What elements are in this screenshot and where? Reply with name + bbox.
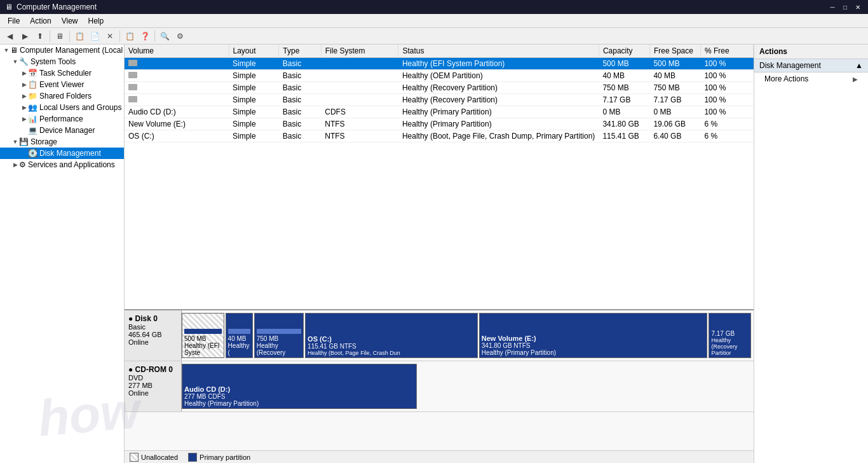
table-header-file-system[interactable]: File System <box>321 45 398 58</box>
table-header-layout[interactable]: Layout <box>229 45 279 58</box>
tree-item-performance[interactable]: ▶📊Performance <box>0 113 124 125</box>
table-header-free-space[interactable]: Free Space <box>649 45 700 58</box>
tree-icon-shared-folders: 📁 <box>28 92 37 100</box>
tree-item-system-tools[interactable]: ▼🔧System Tools <box>0 56 124 67</box>
toolbar-back-button[interactable]: ◀ <box>3 29 17 43</box>
table-cell: Basic <box>279 106 321 118</box>
table-cell: Healthy (Boot, Page File, Crash Dump, Pr… <box>398 130 599 142</box>
toolbar-search-button[interactable]: 🔍 <box>158 29 172 43</box>
table-cell: 7.17 GB <box>599 94 649 106</box>
tree-expand-device-manager[interactable] <box>20 127 28 134</box>
legend-unallocated-color <box>130 453 139 462</box>
tree-icon-local-users: 👥 <box>28 103 37 112</box>
tree-label-services: Services and Applications <box>28 160 115 169</box>
menu-bar: File Action View Help <box>0 14 868 28</box>
tree-item-event-viewer[interactable]: ▶📋Event Viewer <box>0 79 124 90</box>
cdrom0-size: 277 MB <box>128 382 177 389</box>
tree-expand-shared-folders[interactable]: ▶ <box>20 92 28 100</box>
cdrom0-part-audio[interactable]: Audio CD (D:) 277 MB CDFS Healthy (Prima… <box>182 364 417 409</box>
table-cell: Simple <box>229 70 279 82</box>
table-area[interactable]: VolumeLayoutTypeFile SystemStatusCapacit… <box>125 45 754 309</box>
tree-item-shared-folders[interactable]: ▶📁Shared Folders <box>0 90 124 102</box>
toolbar-show-hide-button[interactable]: 🖥 <box>53 29 67 43</box>
table-header-row: VolumeLayoutTypeFile SystemStatusCapacit… <box>125 45 754 58</box>
table-cell: NTFS <box>321 130 398 142</box>
table-cell: Simple <box>229 82 279 94</box>
menu-view[interactable]: View <box>57 15 83 27</box>
table-cell: Basic <box>279 70 321 82</box>
tree-item-local-users[interactable]: ▶👥Local Users and Groups <box>0 102 124 113</box>
tree-item-device-manager[interactable]: 💻Device Manager <box>0 125 124 136</box>
legend-unallocated: Unallocated <box>130 453 178 462</box>
disk0-part-oem[interactable]: 40 MB Healthy ( <box>226 313 253 358</box>
table-row[interactable]: Audio CD (D:)SimpleBasicCDFSHealthy (Pri… <box>125 106 754 118</box>
tree-expand-event-viewer[interactable]: ▶ <box>20 81 28 88</box>
title-controls: ─ □ ✕ <box>827 2 863 12</box>
tree-expand-disk-management[interactable] <box>20 149 28 157</box>
table-cell: 100 % <box>700 70 753 82</box>
toolbar-paste-button[interactable]: 📄 <box>88 29 102 43</box>
table-row[interactable]: SimpleBasicHealthy (EFI System Partition… <box>125 58 754 70</box>
disk0-part-recovery2[interactable]: 7.17 GB Healthy (Recovery Partitior <box>709 313 751 358</box>
table-row[interactable]: SimpleBasicHealthy (Recovery Partition)7… <box>125 82 754 94</box>
tree-item-computer-management[interactable]: ▼🖥Computer Management (Local <box>0 45 124 56</box>
table-header-volume[interactable]: Volume <box>125 45 229 58</box>
tree-item-storage[interactable]: ▼💾Storage <box>0 136 124 148</box>
minimize-button[interactable]: ─ <box>827 2 837 12</box>
toolbar-props-button[interactable]: 📋 <box>123 29 137 43</box>
toolbar-settings-button[interactable]: ⚙ <box>173 29 187 43</box>
table-row[interactable]: SimpleBasicHealthy (OEM Partition)40 MB4… <box>125 70 754 82</box>
table-header-capacity[interactable]: Capacity <box>599 45 649 58</box>
table-cell: Simple <box>229 130 279 142</box>
table-header-%-free[interactable]: % Free <box>700 45 753 58</box>
toolbar-help-button[interactable]: ❓ <box>138 29 152 43</box>
left-panel: ▼🖥Computer Management (Local▼🔧System Too… <box>0 45 125 463</box>
title-bar: 🖥 Computer Management ─ □ ✕ <box>0 0 868 14</box>
actions-more-actions[interactable]: More Actions ▶ <box>754 73 868 85</box>
tree-expand-task-scheduler[interactable]: ▶ <box>20 69 28 77</box>
table-header-type[interactable]: Type <box>279 45 321 58</box>
tree-label-storage: Storage <box>31 137 57 146</box>
tree-expand-performance[interactable]: ▶ <box>20 115 28 123</box>
disk0-part-c[interactable]: OS (C:) 115.41 GB NTFS Healthy (Boot, Pa… <box>305 313 478 358</box>
disk0-row: ● Disk 0 Basic 465.64 GB Online 500 MB H… <box>125 310 754 361</box>
table-cell: Basic <box>279 58 321 70</box>
disk0-part-e[interactable]: New Volume (E:) 341.80 GB NTFS Healthy (… <box>479 313 708 358</box>
tree-expand-computer-management[interactable]: ▼ <box>3 46 10 54</box>
tree-expand-storage[interactable]: ▼ <box>11 138 19 146</box>
table-cell: 500 MB <box>649 58 700 70</box>
app-icon: 🖥 <box>5 3 13 11</box>
tree-item-disk-management[interactable]: 💽Disk Management <box>0 148 124 159</box>
table-row[interactable]: SimpleBasicHealthy (Recovery Partition)7… <box>125 94 754 106</box>
tree-expand-system-tools[interactable]: ▼ <box>11 58 19 66</box>
toolbar-delete-button[interactable]: ✕ <box>103 29 117 43</box>
disk0-part-efi[interactable]: 500 MB Healthy (EFI Syste <box>182 313 224 358</box>
table-row[interactable]: New Volume (E:)SimpleBasicNTFSHealthy (P… <box>125 118 754 130</box>
table-cell: Simple <box>229 58 279 70</box>
menu-file[interactable]: File <box>3 15 25 27</box>
table-cell: Basic <box>279 130 321 142</box>
tree-icon-performance: 📊 <box>28 114 37 123</box>
legend-primary: Primary partition <box>188 453 250 462</box>
table-cell: Simple <box>229 94 279 106</box>
toolbar-up-button[interactable]: ⬆ <box>33 29 47 43</box>
table-header-status[interactable]: Status <box>398 45 599 58</box>
tree-expand-services[interactable]: ▶ <box>11 161 19 169</box>
table-row[interactable]: OS (C:)SimpleBasicNTFSHealthy (Boot, Pag… <box>125 130 754 142</box>
table-cell <box>125 58 229 70</box>
close-button[interactable]: ✕ <box>853 2 863 12</box>
table-cell: CDFS <box>321 106 398 118</box>
toolbar-sep-3 <box>119 31 120 42</box>
toolbar-copy-button[interactable]: 📋 <box>72 29 86 43</box>
tree-item-task-scheduler[interactable]: ▶📅Task Scheduler <box>0 67 124 79</box>
tree-expand-local-users[interactable]: ▶ <box>20 104 28 111</box>
disk0-part-recovery1[interactable]: 750 MB Healthy (Recovery <box>254 313 304 358</box>
tree-item-services[interactable]: ▶⚙Services and Applications <box>0 159 124 170</box>
menu-action[interactable]: Action <box>25 15 56 27</box>
menu-help[interactable]: Help <box>83 15 109 27</box>
table-cell: Healthy (Recovery Partition) <box>398 82 599 94</box>
table-cell: Simple <box>229 106 279 118</box>
toolbar-forward-button[interactable]: ▶ <box>18 29 32 43</box>
actions-collapse-icon[interactable]: ▲ <box>855 61 863 70</box>
maximize-button[interactable]: □ <box>840 2 850 12</box>
